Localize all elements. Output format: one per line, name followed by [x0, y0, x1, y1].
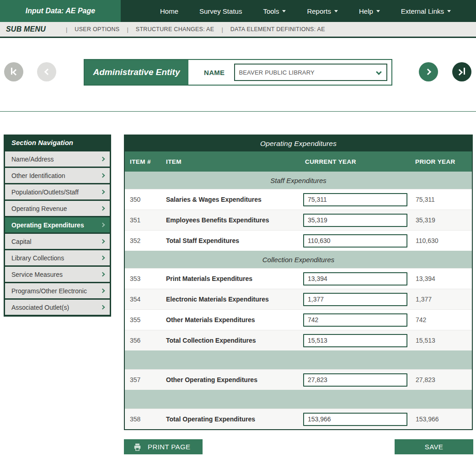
item-number: 355 [125, 316, 166, 323]
section-navigation: Section Navigation Name/AddressOther Ide… [4, 135, 111, 317]
current-year-input-353[interactable] [303, 272, 407, 286]
table-body: Staff Expenditures350Salaries & Wages Ex… [125, 172, 472, 429]
save-label: SAVE [425, 443, 444, 451]
item-label: Other Operating Expenditures [166, 376, 303, 383]
sidebar-item-operating-expenditures[interactable]: Operating Expenditures [5, 217, 110, 232]
prior-year-value: 15,513 [412, 337, 472, 344]
item-label: Total Collection Expenditures [166, 337, 303, 344]
item-label: Print Materials Expenditures [166, 275, 303, 282]
save-button[interactable]: SAVE [395, 439, 473, 454]
sub-menu-title: SUB MENU [6, 25, 46, 33]
name-label: NAME [204, 69, 225, 76]
table-row: 357Other Operating Expenditures27,823 [125, 369, 472, 390]
nav-item-label: Survey Status [199, 7, 242, 15]
current-year-input-352[interactable] [303, 234, 407, 248]
caret-down-icon [334, 10, 338, 12]
nav-item-survey-status[interactable]: Survey Status [199, 7, 242, 15]
table-row: 355Other Materials Expenditures742 [125, 309, 472, 330]
submenu-item-user-options[interactable]: USER OPTIONS [75, 26, 119, 32]
section-spacer-row [125, 390, 472, 409]
item-label: Total Operating Expenditures [166, 415, 303, 423]
sidebar-item-label: Capital [11, 238, 101, 245]
section-header-collection-expenditures: Collection Expenditures [125, 251, 472, 268]
section-divider [0, 111, 476, 112]
item-label: Total Staff Expenditures [166, 237, 303, 244]
chevron-right-icon [101, 305, 105, 310]
first-record-button[interactable] [4, 62, 23, 81]
table-header-row: ITEM # ITEM CURRENT YEAR PRIOR YEAR [125, 151, 472, 172]
section-spacer-row [125, 350, 472, 369]
submenu-separator: | [221, 26, 223, 33]
nav-item-reports[interactable]: Reports [307, 7, 338, 15]
current-year-input-357[interactable] [303, 373, 407, 387]
sidebar-item-associated-outlet-s[interactable]: Associated Outlet(s) [5, 300, 110, 315]
entity-type-label: Administrative Entity [85, 60, 188, 85]
page: Input Data: AE Page HomeSurvey StatusToo… [0, 0, 476, 458]
submenu-item-structure-changes-ae[interactable]: STRUCTURE CHANGES: AE [136, 26, 214, 32]
prior-year-value: 110,630 [412, 237, 472, 244]
current-year-input-355[interactable] [303, 313, 407, 327]
prior-year-value: 153,966 [412, 415, 472, 423]
chevron-right-icon [101, 256, 105, 260]
nav-item-label: Reports [307, 7, 331, 15]
operating-expenditures-table: Operating Expenditures ITEM # ITEM CURRE… [124, 135, 473, 430]
chevron-right-icon [101, 190, 105, 194]
item-number: 350 [125, 196, 166, 203]
current-year-input-358[interactable] [303, 413, 407, 426]
nav-item-label: Help [359, 7, 373, 15]
printer-icon [133, 443, 142, 451]
table-row: 351Employees Benefits Expenditures35,319 [125, 210, 472, 230]
item-label: Electronic Materials Expenditures [166, 296, 303, 303]
prior-year-value: 742 [412, 316, 472, 323]
item-number: 358 [125, 415, 166, 423]
chevron-down-icon [376, 69, 382, 75]
sidebar-item-label: Operating Expenditures [11, 221, 101, 229]
next-record-button[interactable] [419, 62, 438, 81]
sidebar-item-label: Library Collections [11, 254, 101, 262]
nav-item-help[interactable]: Help [359, 7, 380, 15]
column-header-prior-year: PRIOR YEAR [412, 158, 472, 165]
sidebar-item-operating-revenue[interactable]: Operating Revenue [5, 201, 110, 216]
sidebar-item-programs-other-electronic[interactable]: Programs/Other Electronic [5, 283, 110, 298]
item-number: 353 [125, 275, 166, 282]
current-year-input-356[interactable] [303, 334, 407, 347]
table-row: 350Salaries & Wages Expenditures75,311 [125, 189, 472, 210]
current-year-input-350[interactable] [303, 193, 407, 206]
current-year-input-354[interactable] [303, 293, 407, 306]
caret-down-icon [447, 10, 451, 12]
nav-item-label: Tools [263, 7, 279, 15]
item-number: 357 [125, 376, 166, 383]
previous-record-button[interactable] [37, 62, 56, 81]
item-number: 351 [125, 216, 166, 224]
sidebar-item-name-address[interactable]: Name/Address [5, 151, 110, 167]
section-header-staff-expenditures: Staff Expenditures [125, 172, 472, 189]
caret-down-icon [282, 10, 286, 12]
table-row: 358Total Operating Expenditures153,966 [125, 409, 472, 429]
print-page-button[interactable]: PRINT PAGE [124, 439, 203, 454]
entity-name-select[interactable]: BEAVER PUBLIC LIBRARY [234, 64, 387, 81]
nav-item-tools[interactable]: Tools [263, 7, 286, 15]
sidebar-item-service-measures[interactable]: Service Measures [5, 267, 110, 282]
nav-item-home[interactable]: Home [160, 7, 178, 15]
prior-year-value: 1,377 [412, 296, 472, 303]
next-page-icon [427, 69, 430, 75]
sidebar-item-other-identification[interactable]: Other Identification [5, 168, 110, 183]
table-row: 352Total Staff Expenditures110,630 [125, 230, 472, 251]
top-bar: Input Data: AE Page HomeSurvey StatusToo… [0, 0, 476, 22]
previous-page-icon [45, 69, 48, 75]
sidebar-item-population-outlets-staff[interactable]: Population/Outlets/Staff [5, 184, 110, 199]
main-nav: HomeSurvey StatusToolsReportsHelpExterna… [121, 0, 451, 22]
sidebar-item-capital[interactable]: Capital [5, 234, 110, 249]
current-year-input-351[interactable] [303, 214, 407, 227]
submenu-item-data-element-definitions-ae[interactable]: DATA ELEMENT DEFINITIONS: AE [230, 26, 325, 32]
nav-item-external-links[interactable]: External Links [401, 7, 451, 15]
chevron-right-icon [101, 289, 105, 293]
section-navigation-items: Name/AddressOther IdentificationPopulati… [5, 151, 110, 315]
entity-name-selected: BEAVER PUBLIC LIBRARY [235, 69, 315, 76]
sidebar-item-library-collections[interactable]: Library Collections [5, 250, 110, 265]
table-row: 356Total Collection Expenditures15,513 [125, 330, 472, 350]
sub-menu-items: |USER OPTIONS|STRUCTURE CHANGES: AE|DATA… [59, 26, 325, 33]
chevron-right-icon [101, 157, 105, 162]
last-record-button[interactable] [452, 62, 471, 81]
nav-item-label: Home [160, 7, 178, 15]
